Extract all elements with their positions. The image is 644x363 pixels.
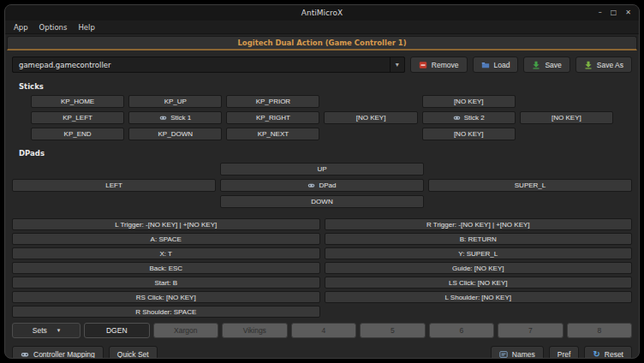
quick-set-label: Quick Set	[117, 350, 149, 359]
controller-tab-bar: Logitech Dual Action (Game Controller 1)	[5, 34, 639, 51]
window-controls: – □ ✕	[599, 5, 631, 21]
tab-controller[interactable]: Logitech Dual Action (Game Controller 1)	[7, 36, 637, 51]
save-as-icon	[584, 61, 593, 69]
stick1-down-right-button[interactable]: KP_NEXT	[226, 128, 319, 140]
save-profile-button[interactable]: Save	[523, 57, 569, 73]
sticks-grid: KP_HOME KP_UP KP_PRIOR [NO KEY] KP_LEFT …	[12, 95, 632, 140]
titlebar: AntiMicroX – □ ✕	[5, 5, 639, 21]
reset-button[interactable]: ↻ Reset	[584, 346, 632, 359]
stick2-up-button[interactable]: [NO KEY]	[422, 95, 516, 108]
footer-bar: Controller Mapping Quick Set Names Pref …	[5, 342, 639, 359]
close-icon[interactable]: ✕	[625, 9, 631, 16]
button-a[interactable]: A: SPACE	[12, 233, 320, 245]
save-icon	[532, 61, 540, 69]
reset-label: Reset	[605, 350, 623, 359]
joystick-icon	[453, 114, 461, 122]
set-tab-6[interactable]: 6	[429, 323, 495, 338]
dpad-down-button[interactable]: DOWN	[220, 195, 424, 208]
names-label: Names	[512, 350, 535, 359]
menu-options[interactable]: Options	[34, 22, 73, 33]
save-as-label: Save As	[597, 61, 623, 69]
set-tab-2[interactable]: Xargon	[153, 323, 219, 338]
controller-mapping-button[interactable]: Controller Mapping	[12, 346, 104, 359]
minimize-icon[interactable]: –	[599, 9, 602, 16]
stick1-down-button[interactable]: KP_DOWN	[128, 128, 222, 140]
stick1-up-button[interactable]: KP_UP	[128, 95, 222, 108]
button-r-shoulder[interactable]: R Shoulder: SPACE	[12, 306, 320, 318]
button-ls-click[interactable]: LS Click: [NO KEY]	[325, 277, 633, 289]
set-tab-8[interactable]: 8	[567, 323, 633, 338]
button-b[interactable]: B: RETURN	[325, 233, 633, 245]
r-trigger-button[interactable]: R Trigger: -[NO KEY] | +[NO KEY]	[325, 218, 633, 230]
stick1-left-button[interactable]: KP_LEFT	[31, 111, 124, 124]
sets-label: Sets	[33, 326, 47, 335]
dpads-group-label: DPads	[19, 149, 632, 158]
quick-set-button[interactable]: Quick Set	[109, 346, 158, 359]
app-window: AntiMicroX – □ ✕ App Options Help Logite…	[4, 4, 640, 359]
window-title: AntiMicroX	[301, 9, 343, 17]
pref-label: Pref	[558, 350, 571, 359]
remove-label: Remove	[432, 61, 459, 69]
combo-dropdown-icon[interactable]: ▾	[390, 57, 404, 72]
l-trigger-button[interactable]: L Trigger: -[NO KEY] | +[NO KEY]	[12, 218, 320, 230]
sets-row: Sets ▾ DGEN Xargon Vikings 4 5 6 7 8	[5, 318, 639, 342]
menu-bar: App Options Help	[5, 21, 639, 34]
pref-button[interactable]: Pref	[549, 346, 580, 359]
save-label: Save	[545, 61, 561, 69]
profile-combobox[interactable]: gamepad.gamecontroller ▾	[12, 57, 405, 73]
button-start[interactable]: Start: B	[12, 277, 320, 289]
gamepad-icon	[21, 350, 29, 359]
set-tab-7[interactable]: 7	[498, 323, 564, 338]
dpad-icon	[307, 182, 315, 189]
joystick-icon	[159, 114, 167, 122]
button-y[interactable]: Y: SUPER_L	[325, 247, 633, 259]
names-icon	[499, 350, 508, 359]
menu-app[interactable]: App	[9, 22, 33, 33]
names-toggle-button[interactable]: Names	[491, 346, 544, 359]
profile-toolbar: gamepad.gamecontroller ▾ Remove Load Sav…	[5, 51, 639, 77]
set-tab-3[interactable]: Vikings	[222, 323, 288, 338]
stick1-up-right-button[interactable]: KP_PRIOR	[226, 95, 319, 108]
dpad-up-button[interactable]: UP	[220, 163, 424, 176]
sets-menu-button[interactable]: Sets ▾	[12, 323, 80, 338]
menu-help[interactable]: Help	[73, 22, 99, 33]
dropdown-icon: ▾	[57, 327, 61, 334]
controller-mapping-label: Controller Mapping	[33, 350, 95, 359]
buttons-grid: L Trigger: -[NO KEY] | +[NO KEY] R Trigg…	[12, 218, 632, 318]
stick2-down-button[interactable]: [NO KEY]	[422, 128, 516, 140]
stick2-label: Stick 2	[464, 114, 485, 122]
save-as-profile-button[interactable]: Save As	[575, 57, 632, 73]
dpad-left-button[interactable]: LEFT	[12, 179, 216, 192]
dpad-grid: UP LEFT DPad SUPER_L DOWN	[12, 163, 632, 208]
stick1-down-left-button[interactable]: KP_END	[31, 128, 124, 140]
maximize-icon[interactable]: □	[611, 9, 617, 16]
button-guide[interactable]: Guide: [NO KEY]	[325, 262, 633, 274]
stick1-right-button[interactable]: KP_RIGHT	[226, 111, 319, 124]
stick2-right-button[interactable]: [NO KEY]	[520, 111, 613, 124]
button-l-shoulder[interactable]: L Shoulder: [NO KEY]	[325, 291, 633, 303]
load-profile-button[interactable]: Load	[473, 57, 519, 73]
button-x[interactable]: X: T	[12, 247, 320, 259]
folder-open-icon	[481, 61, 490, 69]
set-tab-4[interactable]: 4	[291, 323, 357, 338]
stick2-center-button[interactable]: Stick 2	[422, 111, 516, 124]
button-rs-click[interactable]: RS Click: [NO KEY]	[12, 291, 320, 303]
button-back[interactable]: Back: ESC	[12, 262, 320, 274]
stick1-up-left-button[interactable]: KP_HOME	[31, 95, 124, 108]
set-tab-5[interactable]: 5	[360, 323, 426, 338]
reset-icon: ↻	[593, 350, 599, 359]
profile-combobox-value: gamepad.gamecontroller	[19, 61, 110, 69]
dpad-center-button[interactable]: DPad	[220, 179, 424, 192]
set-tab-1[interactable]: DGEN	[84, 323, 150, 338]
dpad-right-button[interactable]: SUPER_L	[428, 179, 632, 192]
load-label: Load	[494, 61, 510, 69]
stick1-center-button[interactable]: Stick 1	[128, 111, 222, 124]
remove-icon	[419, 61, 427, 69]
stick1-label: Stick 1	[170, 114, 191, 122]
remove-profile-button[interactable]: Remove	[410, 57, 468, 73]
stick2-left-button[interactable]: [NO KEY]	[324, 111, 417, 124]
dpad-label: DPad	[319, 182, 336, 189]
sticks-group-label: Sticks	[19, 82, 632, 91]
mapping-panel: Sticks KP_HOME KP_UP KP_PRIOR [NO KEY] K…	[5, 77, 639, 318]
